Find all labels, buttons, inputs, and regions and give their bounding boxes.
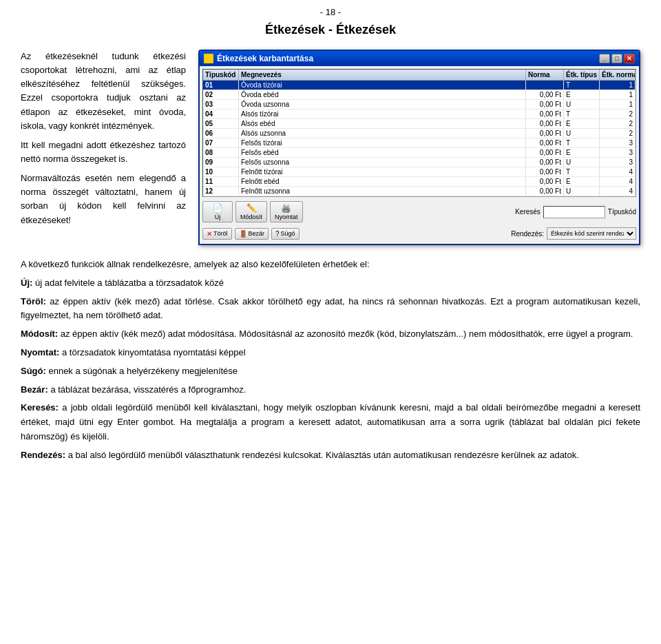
intro-text: A következő funkciók állnak rendelkezésr… <box>21 258 640 272</box>
cell-norma: 0,00 Ft <box>526 167 564 176</box>
uj-term: Új: <box>21 278 32 288</box>
cell-nev: Felsős ebéd <box>239 148 526 157</box>
cell-kod: 01 <box>203 81 239 90</box>
cell-nev: Alsós uzsonna <box>239 129 526 138</box>
btn-bezar[interactable]: 🚪 Bezár <box>235 228 269 240</box>
rendez-label: Rendezés: <box>511 230 544 238</box>
cell-tipus: T <box>564 167 600 176</box>
left-para3: Normaváltozás esetén nem elegendő a norm… <box>21 172 186 227</box>
cell-norma: 0,00 Ft <box>526 158 564 167</box>
cell-tipus: E <box>564 119 600 128</box>
uj-icon: 📄 <box>213 203 223 213</box>
cell-tipus: E <box>564 90 600 99</box>
cell-norma <box>526 81 564 90</box>
data-table: Típuskód Megnevezés Norma Étk. típus Étk… <box>202 69 636 197</box>
cell-tipus: U <box>564 129 600 138</box>
page-title: Étkezések - Étkezések <box>21 23 640 37</box>
table-row[interactable]: 02 Óvoda ebéd 0,00 Ft E 1 <box>203 90 636 100</box>
cell-norma: 0,00 Ft <box>526 90 564 99</box>
cell-enorma: 4 <box>600 177 636 186</box>
cell-tipus: E <box>564 148 600 157</box>
cell-tipus: E <box>564 177 600 186</box>
cell-enorma: 2 <box>600 119 636 128</box>
cell-enorma: 4 <box>600 167 636 176</box>
table-row[interactable]: 04 Alsós tízórai 0,00 Ft T 2 <box>203 110 636 119</box>
rendez-desc: Rendezés: a bal alsó legördülő menüből v… <box>21 448 640 463</box>
cell-nev: Óvoda ebéd <box>239 90 526 99</box>
cell-kod: 10 <box>203 167 239 176</box>
cell-enorma: 3 <box>600 158 636 167</box>
cell-nev: Felnőtt ebéd <box>239 177 526 186</box>
table-row[interactable]: 08 Felsős ebéd 0,00 Ft E 3 <box>203 148 636 158</box>
cell-nev: Felsős uzsonna <box>239 158 526 167</box>
table-row[interactable]: 03 Óvoda uzsonna 0,00 Ft U 1 <box>203 100 636 110</box>
maximize-button[interactable]: □ <box>611 54 622 63</box>
close-button[interactable]: ✕ <box>624 54 635 63</box>
cell-enorma: 4 <box>600 187 636 196</box>
nyomtat-desc: Nyomtat: a törzsadatok kinyomtatása nyom… <box>21 346 640 360</box>
table-row[interactable]: 07 Felsős tízórai 0,00 Ft T 3 <box>203 138 636 148</box>
cell-norma: 0,00 Ft <box>526 100 564 109</box>
table-row[interactable]: 09 Felsős uzsonna 0,00 Ft U 3 <box>203 158 636 167</box>
cell-kod: 11 <box>203 177 239 186</box>
cell-norma: 0,00 Ft <box>526 119 564 128</box>
kereses-term: Keresés: <box>21 402 59 413</box>
kereses-desc: Keresés: a jobb oldali legördülő menüből… <box>21 401 640 444</box>
dialog-icon <box>204 54 213 63</box>
btn-uj[interactable]: 📄 Új <box>202 201 233 222</box>
cell-tipus: U <box>564 100 600 109</box>
cell-nev: Alsós ebéd <box>239 119 526 128</box>
cell-norma: 0,00 Ft <box>526 187 564 196</box>
cell-tipus: T <box>564 110 600 118</box>
torol-desc: Töröl: az éppen aktív (kék mező) adat tö… <box>21 295 640 324</box>
search-input[interactable] <box>543 206 605 218</box>
dialog-window: Étkezések karbantartása _ □ ✕ Típuskód M… <box>198 50 640 245</box>
cell-kod: 03 <box>203 100 239 109</box>
table-row[interactable]: 06 Alsós uzsonna 0,00 Ft U 2 <box>203 129 636 138</box>
table-row[interactable]: 01 Óvoda tízórai T 1 <box>203 81 636 90</box>
btn-modosit[interactable]: ✏️ Módosít <box>235 201 267 222</box>
btn-torol[interactable]: ✕ Töröl <box>202 228 232 240</box>
tipuskod-label: Típuskód <box>608 208 636 216</box>
modosit-icon: ✏️ <box>246 203 257 213</box>
sugo-icon: ? <box>275 230 280 238</box>
cell-kod: 07 <box>203 138 239 147</box>
cell-kod: 02 <box>203 90 239 99</box>
cell-norma: 0,00 Ft <box>526 177 564 186</box>
col-norma: Norma <box>526 70 564 80</box>
cell-kod: 04 <box>203 110 239 118</box>
col-tipuskod: Típuskód <box>203 70 239 80</box>
toolbar-top: 📄 Új ✏️ Módosít 🖨️ Nyomtat Keresés Típus… <box>202 200 636 224</box>
cell-enorma: 1 <box>600 100 636 109</box>
cell-kod: 08 <box>203 148 239 157</box>
bezar-icon: 🚪 <box>239 230 247 238</box>
cell-kod: 09 <box>203 158 239 167</box>
cell-tipus: T <box>564 81 600 90</box>
uj-desc: Új: új adat felvitele a táblázatba a tör… <box>21 276 640 291</box>
rendez-select[interactable]: Étkezés kód szerint rendez <box>547 227 636 240</box>
minimize-button[interactable]: _ <box>599 54 610 63</box>
cell-norma: 0,00 Ft <box>526 110 564 118</box>
main-text: A következő funkciók állnak rendelkezésr… <box>21 258 640 463</box>
table-row[interactable]: 12 Felnőtt uzsonna 0,00 Ft U 4 <box>203 187 636 196</box>
nyomtat-icon: 🖨️ <box>281 203 291 213</box>
sugo-term: Súgó: <box>21 366 46 376</box>
table-row[interactable]: 10 Felnőtt tízórai 0,00 Ft T 4 <box>203 167 636 177</box>
cell-tipus: U <box>564 158 600 167</box>
cell-nev: Felnőtt uzsonna <box>239 187 526 196</box>
cell-tipus: T <box>564 138 600 147</box>
dialog-body: Típuskód Megnevezés Norma Étk. típus Étk… <box>200 66 639 244</box>
table-row[interactable]: 05 Alsós ebéd 0,00 Ft E 2 <box>203 119 636 129</box>
table-row[interactable]: 11 Felnőtt ebéd 0,00 Ft E 4 <box>203 177 636 187</box>
cell-enorma: 3 <box>600 148 636 157</box>
cell-nev: Óvoda tízórai <box>239 81 526 90</box>
cell-kod: 06 <box>203 129 239 138</box>
bezar-term: Bezár: <box>21 384 48 395</box>
cell-tipus: U <box>564 187 600 196</box>
modosit-desc: Módosít: az éppen aktív (kék mező) adat … <box>21 327 640 342</box>
table-rows[interactable]: 01 Óvoda tízórai T 1 02 Óvoda ebéd 0,00 … <box>203 81 636 196</box>
modosit-term: Módosít: <box>21 329 58 339</box>
torol-icon: ✕ <box>207 230 212 238</box>
btn-sugo[interactable]: ? Súgó <box>271 228 300 240</box>
btn-nyomtat[interactable]: 🖨️ Nyomtat <box>270 201 303 222</box>
